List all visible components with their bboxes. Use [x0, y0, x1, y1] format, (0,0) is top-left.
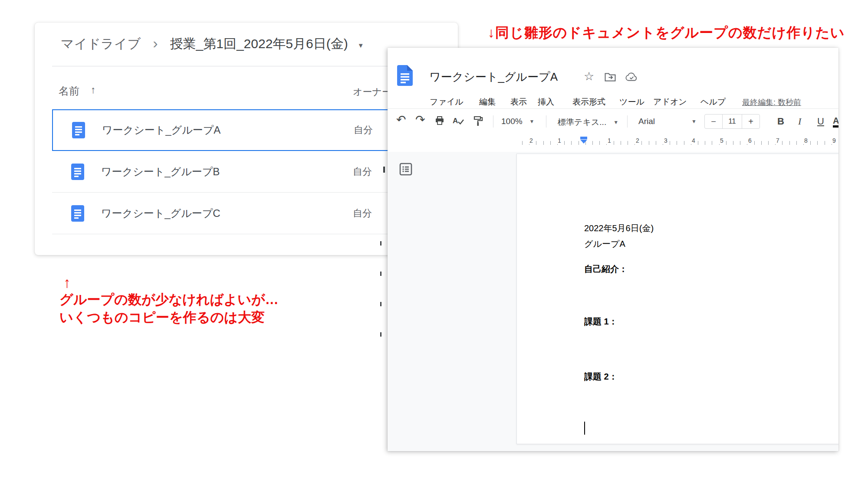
column-header-name[interactable]: 名前 [59, 84, 79, 98]
edge-artifact-mark [380, 272, 381, 276]
horizontal-ruler: 2 1 1 2 3 4 5 6 7 8 9 [388, 134, 838, 152]
doc-line-group: グループA [584, 238, 625, 250]
chevron-down-icon: ▼ [613, 119, 618, 125]
text-color-button[interactable]: A [833, 116, 838, 128]
ruler-number: 2 [634, 137, 641, 144]
redo-icon[interactable]: ↷ [415, 113, 425, 126]
font-family-select[interactable]: Arial ▼ [638, 117, 697, 126]
edge-artifact-mark [380, 302, 381, 306]
file-owner: 自分 [353, 207, 372, 220]
move-to-folder-icon[interactable] [605, 72, 616, 82]
ruler-number: 9 [830, 137, 838, 144]
toolbar-separator [546, 115, 546, 128]
zoom-select[interactable]: 100% ▼ [501, 117, 535, 126]
text-cursor [584, 422, 585, 435]
font-size-value[interactable]: 11 [722, 115, 742, 128]
docs-window: ワークシート_グループA ☆ ファイル 編集 表示 挿入 表示形式 ツール アド… [388, 48, 838, 451]
indent-marker-icon[interactable] [580, 137, 587, 144]
doc-file-icon [71, 205, 84, 222]
chevron-down-icon: ▼ [691, 118, 697, 124]
doc-file-icon [71, 164, 84, 180]
paragraph-style-select[interactable]: 標準テキス... ▼ [558, 117, 618, 128]
decrease-font-size-button[interactable]: − [705, 115, 722, 128]
annotation-up-arrow: ↑ [63, 274, 71, 291]
annotation-note-line1: グループの数が少なければよいが… [59, 291, 279, 309]
ruler-number: 7 [774, 137, 782, 144]
spellcheck-icon[interactable]: A [453, 116, 464, 126]
paint-format-icon[interactable] [473, 116, 483, 126]
menu-format[interactable]: 表示形式 [572, 96, 605, 108]
annotation-note-line2: いくつものコピーを作るのは大変 [59, 308, 265, 327]
menu-view[interactable]: 表示 [510, 96, 527, 108]
doc-line-date: 2022年5月6日(金) [584, 223, 654, 234]
folder-dropdown-icon[interactable]: ▼ [358, 42, 364, 49]
edge-artifact-mark [380, 241, 381, 246]
ruler-number: 8 [802, 137, 810, 144]
font-family-value: Arial [638, 117, 655, 126]
last-edit-link[interactable]: 最終編集: 数秒前 [742, 97, 801, 108]
menu-edit[interactable]: 編集 [479, 96, 496, 108]
star-icon[interactable]: ☆ [584, 69, 594, 83]
menu-help[interactable]: ヘルプ [700, 96, 726, 108]
file-name: ワークシート_グループA [102, 123, 220, 137]
zoom-value: 100% [501, 117, 523, 126]
toolbar-separator [493, 115, 493, 128]
file-name: ワークシート_グループB [101, 165, 220, 179]
font-size-stepper: − 11 + [704, 114, 760, 129]
ruler-number: 5 [718, 137, 726, 144]
file-name: ワークシート_グループC [101, 206, 220, 220]
ruler-number: 1 [605, 137, 613, 144]
screenshot-root: マイドライブ › 授業_第1回_2022年5月6日(金) ▼ 名前 ↑ オーナー… [0, 0, 868, 488]
increase-font-size-button[interactable]: + [742, 115, 760, 128]
paragraph-style-value: 標準テキス... [558, 117, 606, 128]
annotation-top-note: ↓同じ雛形のドキュメントをグループの数だけ作りたい [488, 23, 845, 43]
breadcrumb-root[interactable]: マイドライブ [61, 35, 141, 53]
svg-text:A: A [453, 117, 458, 125]
menu-file[interactable]: ファイル [430, 96, 464, 108]
file-row-group-c[interactable]: ワークシート_グループC 自分 [52, 193, 444, 234]
italic-button[interactable]: I [798, 116, 801, 127]
chevron-down-icon: ▼ [529, 118, 535, 124]
edge-artifact-mark [380, 332, 381, 337]
document-canvas: 2022年5月6日(金) グループA 自己紹介： 課題 1： 課題 2： [388, 152, 838, 451]
ruler-number: 3 [662, 137, 670, 144]
chevron-right-icon: › [153, 35, 158, 52]
ruler-number: 1 [556, 137, 563, 144]
file-row-group-a[interactable]: ワークシート_グループA 自分 [52, 109, 444, 151]
menu-tools[interactable]: ツール [619, 96, 644, 108]
document-outline-icon[interactable] [399, 163, 412, 176]
underline-button[interactable]: U [817, 116, 824, 127]
doc-file-icon [72, 122, 85, 138]
menu-addons[interactable]: アドオン [653, 96, 687, 108]
print-icon[interactable] [434, 115, 445, 126]
breadcrumb-current-folder[interactable]: 授業_第1回_2022年5月6日(金) [170, 35, 348, 53]
sort-ascending-icon[interactable]: ↑ [91, 84, 96, 96]
file-owner: 自分 [354, 124, 373, 137]
ruler-number: 2 [527, 137, 535, 144]
file-owner: 自分 [353, 165, 372, 178]
menu-insert[interactable]: 挿入 [538, 96, 554, 108]
doc-heading-task2: 課題 2： [584, 371, 618, 383]
undo-icon[interactable]: ↶ [396, 113, 406, 126]
google-docs-logo-icon[interactable] [397, 65, 413, 86]
doc-heading-task1: 課題 1： [584, 316, 618, 328]
ruler-number: 6 [746, 137, 754, 144]
breadcrumb: マイドライブ › 授業_第1回_2022年5月6日(金) ▼ [61, 34, 364, 54]
bold-button[interactable]: B [777, 116, 784, 127]
edge-artifact-mark [383, 167, 385, 173]
toolbar-separator [627, 115, 628, 128]
doc-heading-intro: 自己紹介： [584, 263, 628, 275]
ruler-number: 4 [690, 137, 697, 144]
document-page[interactable]: 2022年5月6日(金) グループA 自己紹介： 課題 1： 課題 2： [516, 154, 838, 444]
docs-toolbar: ↶ ↷ A 100% ▼ 標準テキス... [388, 108, 838, 134]
ruler-ticks [522, 141, 837, 145]
cloud-saved-icon[interactable] [625, 72, 638, 81]
document-title[interactable]: ワークシート_グループA [429, 69, 558, 85]
column-header-owner: オーナー [353, 85, 391, 98]
